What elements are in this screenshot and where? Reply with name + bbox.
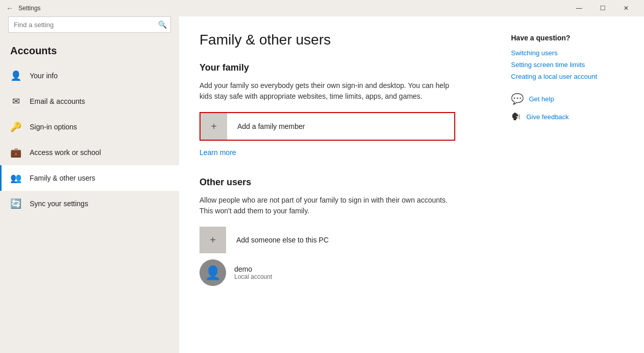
sidebar-item-label-email-accounts: Email & accounts xyxy=(30,97,85,105)
add-someone-else-label: Add someone else to this PC xyxy=(226,236,339,244)
sidebar-item-label-sign-in-options: Sign-in options xyxy=(30,123,77,131)
user-name-demo: demo xyxy=(234,265,272,273)
sidebar-item-family-users[interactable]: 👥 Family & other users xyxy=(0,165,179,191)
your-family-title: Your family xyxy=(199,62,491,73)
main-content: Family & other users Your family Add you… xyxy=(199,32,491,338)
sign-in-options-icon: 🔑 xyxy=(10,121,21,133)
your-family-section: Your family Add your family so everybody… xyxy=(199,62,491,172)
user-avatar-demo: 👤 xyxy=(199,259,226,286)
help-link-switching-users[interactable]: Switching users xyxy=(511,49,624,57)
sync-settings-icon: 🔄 xyxy=(10,198,21,209)
sidebar-section-title: Accounts xyxy=(0,41,179,63)
email-accounts-icon: ✉ xyxy=(10,96,21,107)
search-input[interactable] xyxy=(8,16,171,33)
add-family-member-button[interactable]: + Add a family member xyxy=(199,112,455,141)
your-family-description: Add your family so everybody gets their … xyxy=(199,80,455,102)
give-feedback-label[interactable]: Give feedback xyxy=(526,113,569,121)
minimize-button[interactable]: — xyxy=(567,0,591,16)
main-panel: Family & other users Your family Add you… xyxy=(179,16,644,353)
sidebar: 🔍 Accounts 👤 Your info ✉ Email & account… xyxy=(0,16,179,353)
give-feedback-icon: 🗣 xyxy=(511,111,521,123)
add-someone-else-button[interactable]: + Add someone else to this PC xyxy=(199,227,455,253)
help-link-local-account[interactable]: Creating a local user account xyxy=(511,73,624,80)
sidebar-item-your-info[interactable]: 👤 Your info xyxy=(0,63,179,89)
sidebar-item-email-accounts[interactable]: ✉ Email & accounts xyxy=(0,89,179,114)
sidebar-search[interactable]: 🔍 xyxy=(8,16,171,33)
sidebar-item-sign-in-options[interactable]: 🔑 Sign-in options xyxy=(0,114,179,140)
title-bar-controls: — ☐ ✕ xyxy=(567,0,638,16)
user-info-demo: demo Local account xyxy=(226,265,280,280)
get-help-action[interactable]: 💬 Get help xyxy=(511,93,624,105)
sidebar-item-label-your-info: Your info xyxy=(30,72,58,80)
sidebar-item-label-access-work: Access work or school xyxy=(30,148,101,157)
title-bar-back-icon[interactable]: ← xyxy=(6,4,13,12)
access-work-icon: 💼 xyxy=(10,147,21,158)
search-icon: 🔍 xyxy=(158,20,167,29)
add-someone-plus-icon: + xyxy=(199,227,226,253)
add-family-plus-icon: + xyxy=(201,113,227,140)
page-title: Family & other users xyxy=(199,32,491,48)
sidebar-item-access-work[interactable]: 💼 Access work or school xyxy=(0,140,179,165)
sidebar-item-label-sync-settings: Sync your settings xyxy=(30,200,88,208)
other-users-description: Allow people who are not part of your fa… xyxy=(199,195,455,216)
give-feedback-action[interactable]: 🗣 Give feedback xyxy=(511,111,624,123)
help-actions: 💬 Get help 🗣 Give feedback xyxy=(511,93,624,123)
sidebar-item-sync-settings[interactable]: 🔄 Sync your settings xyxy=(0,191,179,216)
title-bar: ← Settings — ☐ ✕ xyxy=(0,0,644,16)
sidebar-item-label-family-users: Family & other users xyxy=(30,174,95,182)
get-help-label[interactable]: Get help xyxy=(529,95,554,103)
add-family-member-label: Add a family member xyxy=(227,122,315,130)
get-help-icon: 💬 xyxy=(511,93,524,105)
family-users-icon: 👥 xyxy=(10,172,21,184)
help-title: Have a question? xyxy=(511,34,624,42)
your-info-icon: 👤 xyxy=(10,70,21,81)
help-link-screen-time[interactable]: Setting screen time limits xyxy=(511,61,624,69)
user-item-demo[interactable]: 👤 demo Local account xyxy=(199,257,455,288)
sidebar-nav: 👤 Your info ✉ Email & accounts 🔑 Sign-in… xyxy=(0,63,179,216)
other-users-section: Other users Allow people who are not par… xyxy=(199,177,491,288)
user-type-demo: Local account xyxy=(234,273,272,280)
user-avatar-icon-demo: 👤 xyxy=(205,265,221,281)
close-button[interactable]: ✕ xyxy=(614,0,638,16)
maximize-button[interactable]: ☐ xyxy=(591,0,614,16)
learn-more-link[interactable]: Learn more xyxy=(199,148,236,157)
title-bar-title: Settings xyxy=(18,5,40,12)
other-users-title: Other users xyxy=(199,177,491,188)
right-panel: Have a question? Switching users Setting… xyxy=(511,32,624,338)
